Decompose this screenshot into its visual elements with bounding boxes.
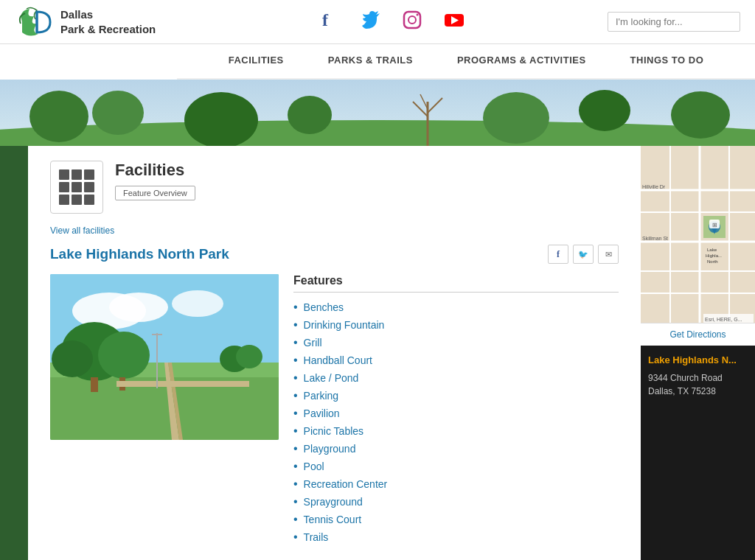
content-wrapper: Facilities Feature Overview View all fac… [0,146,755,560]
location-info: Lake Highlands N... 9344 Church Road Dal… [641,346,755,407]
svg-text:f: f [322,10,329,29]
svg-rect-36 [641,146,755,323]
hero-banner [0,80,755,146]
feature-overview-button[interactable]: Feature Overview [115,186,195,200]
svg-point-9 [29,91,88,142]
share-email-icon: ✉ [605,250,612,259]
instagram-icon[interactable] [402,10,422,35]
location-name: Lake Highlands N... [648,354,748,367]
svg-point-4 [417,13,419,15]
park-photo [50,274,279,440]
list-item: Handball Court [293,351,619,369]
park-content: Features BenchesDrinking FountainGrillHa… [50,274,619,546]
grid-icon [59,169,94,205]
svg-text:Esri, HERE, G...: Esri, HERE, G... [705,317,742,322]
youtube-icon[interactable] [443,10,465,35]
svg-point-22 [109,293,168,322]
page-title-area: Facilities Feature Overview [115,161,195,200]
list-item: Grill [293,334,619,351]
svg-point-28 [98,332,150,379]
page-title: Facilities [115,161,195,180]
list-item: Pavilion [293,405,619,422]
svg-point-13 [483,92,549,144]
feature-list: BenchesDrinking FountainGrillHandball Co… [293,298,619,546]
nav-item-facilities[interactable]: FACILITIES [206,44,306,78]
search-area [593,12,740,32]
list-item: Parking [293,387,619,405]
list-item: Playground [293,440,619,458]
share-twitter-button[interactable]: 🐦 [573,245,594,264]
main-content: Facilities Feature Overview View all fac… [28,146,641,560]
svg-text:Highla...: Highla... [706,253,722,258]
list-item: Sprayground [293,493,619,511]
list-item: Recreation Center [293,475,619,493]
search-input[interactable] [608,12,740,32]
svg-text:Hillville Dr: Hillville Dr [642,184,666,189]
svg-text:Skillman St: Skillman St [642,236,668,241]
svg-point-30 [52,340,93,377]
logo-area: Dallas Park & Recreation [15,3,192,41]
nav-bar: FACILITIES PARKS & TRAILS PROGRAMS & ACT… [177,44,755,80]
share-facebook-icon: f [557,249,560,260]
left-sidebar [0,146,28,560]
svg-point-10 [92,91,144,135]
page-header: Facilities Feature Overview [50,161,619,214]
list-item: Picnic Tables [293,422,619,440]
features-title: Features [293,274,619,293]
share-twitter-icon: 🐦 [578,250,588,259]
list-item: Benches [293,298,619,316]
facilities-icon-box [50,161,103,214]
location-address: 9344 Church Road Dallas, TX 75238 [648,371,748,398]
share-facebook-button[interactable]: f [548,245,568,264]
map-area: Hillville Dr Skillman St ⊞ Lake Highla..… [641,146,755,323]
svg-point-32 [236,345,262,368]
logo-icon [15,3,53,41]
right-sidebar: Hillville Dr Skillman St ⊞ Lake Highla..… [641,146,755,560]
list-item: Drinking Fountain [293,316,619,334]
svg-text:⊞: ⊞ [712,222,717,228]
share-email-button[interactable]: ✉ [598,245,619,264]
svg-point-14 [579,90,630,131]
svg-point-3 [408,16,416,24]
nav-item-programs[interactable]: PROGRAMS & ACTIVITIES [435,44,608,78]
svg-text:North: North [707,259,718,264]
park-title-row: Lake Highlands North Park f 🐦 ✉ [50,245,619,264]
logo-text: Dallas Park & Recreation [60,7,156,36]
get-directions-button[interactable]: Get Directions [641,323,755,346]
list-item: Lake / Pond [293,369,619,387]
nav-item-things[interactable]: THINGS TO DO [608,44,726,78]
svg-point-23 [172,290,223,317]
view-all-link[interactable]: View all facilities [50,225,619,236]
nav-item-parks[interactable]: PARKS & TRAILS [306,44,435,78]
svg-point-15 [671,91,730,139]
features-section: Features BenchesDrinking FountainGrillHa… [293,274,619,546]
facebook-icon[interactable]: f [319,10,340,35]
list-item: Tennis Court [293,511,619,528]
svg-point-11 [184,92,258,146]
header-top: Dallas Park & Recreation f [0,0,755,44]
list-item: Pool [293,458,619,475]
list-item: Trails [293,528,619,546]
svg-text:Lake: Lake [707,248,717,252]
twitter-icon[interactable] [361,10,381,35]
svg-rect-33 [116,381,249,387]
svg-rect-27 [91,377,98,392]
park-name: Lake Highlands North Park [50,246,229,262]
share-icons: f 🐦 ✉ [548,245,619,264]
social-icons: f [192,10,593,35]
svg-point-12 [288,96,332,134]
